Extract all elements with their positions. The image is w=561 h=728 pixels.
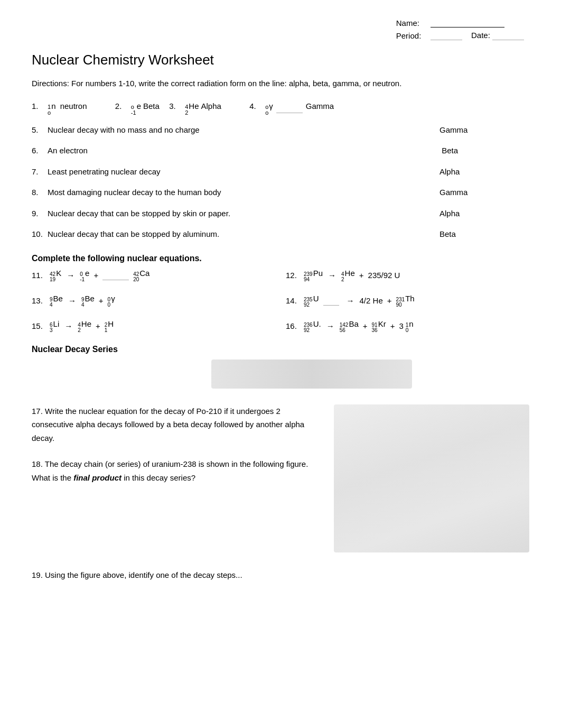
eq16-lsym: U. bbox=[313, 319, 321, 328]
eq15-plus: + bbox=[96, 321, 100, 330]
q6-text: An electron bbox=[48, 144, 434, 158]
q4-top: o bbox=[265, 104, 268, 110]
eq11-phs: 4220Ca bbox=[133, 269, 149, 282]
q4-num: 4. bbox=[249, 99, 265, 113]
eq11-lsup: 42 bbox=[50, 272, 55, 277]
q10-row: 10. Nuclear decay that can be stopped by… bbox=[32, 227, 529, 241]
eq13-gamma: 00γ bbox=[108, 294, 115, 308]
eq16-plus2: + bbox=[390, 321, 395, 330]
q1-bot: o bbox=[48, 110, 51, 116]
q2-top: o bbox=[131, 104, 136, 110]
directions-intro: Directions: bbox=[32, 79, 69, 88]
eq14-rhs: 4/2 He bbox=[360, 296, 383, 305]
questions-row-1-4: 1. 1 o n neutron 2. o -1 e Beta 3. 4 2 H… bbox=[32, 99, 529, 116]
eq16-r2: 9136Kr bbox=[372, 319, 386, 333]
q17-text: Write the nuclear equation for the decay… bbox=[32, 407, 304, 443]
eq13: 13. 94Be → 94Be + 00γ bbox=[32, 294, 275, 308]
eq16-num: 16. bbox=[286, 321, 302, 330]
q8-num: 8. bbox=[32, 186, 48, 199]
eq12-l-nuc: 23994 bbox=[304, 272, 313, 282]
section3-title: Nuclear Decay Series bbox=[32, 345, 529, 354]
eq-row-11-12: 11. 4219K → 0-1e + 4220Ca 12. 23994Pu → … bbox=[32, 269, 529, 282]
eq11-arrow: → bbox=[67, 271, 74, 280]
eq14-lhs: 23592U bbox=[304, 294, 319, 308]
q17-18-text: 17. Write the nuclear equation for the d… bbox=[32, 404, 323, 552]
eq11-r-nuc: 0-1 bbox=[80, 272, 85, 282]
decay-chart-placeholder bbox=[211, 360, 412, 389]
q7-num: 7. bbox=[32, 165, 48, 179]
q2-notation: o -1 bbox=[131, 104, 136, 116]
header-info: Name: Period: Date: bbox=[32, 16, 529, 42]
q4-answer: Gamma bbox=[306, 99, 334, 113]
q5-text: Nuclear decay with no mass and no charge bbox=[48, 123, 434, 137]
eq13-plus: + bbox=[99, 296, 104, 305]
eq13-rsym: Be bbox=[85, 294, 94, 303]
q5-num: 5. bbox=[32, 123, 48, 137]
eq14-arrow: → bbox=[347, 296, 354, 305]
eq15-product: 21H bbox=[105, 319, 114, 333]
eq-row-13-14: 13. 94Be → 94Be + 00γ 14. 23592U → 4/2 H… bbox=[32, 294, 529, 308]
eq14-blank bbox=[323, 296, 339, 306]
eq11-lsub: 19 bbox=[50, 277, 55, 282]
eq-row-15-16: 15. 63Li → 42He + 21H 16. 23692U. → 1425… bbox=[32, 319, 529, 333]
eq14-num: 14. bbox=[286, 296, 302, 305]
eq13-arrow: → bbox=[68, 296, 76, 305]
eq11-num: 11. bbox=[32, 271, 48, 280]
eq12-lsym: Pu bbox=[313, 269, 323, 278]
q3-num: 3. bbox=[169, 99, 185, 113]
q9-text: Nuclear decay that can be stopped by ski… bbox=[48, 207, 434, 220]
q4-notation: o o bbox=[265, 104, 268, 116]
q8-row: 8. Most damaging nuclear decay to the hu… bbox=[32, 186, 529, 199]
period-label: Period: bbox=[392, 30, 426, 41]
q7-text: Least penetrating nuclear decay bbox=[48, 165, 434, 179]
q9-num: 9. bbox=[32, 207, 48, 220]
equations-section: Complete the following nuclear equations… bbox=[32, 254, 529, 333]
q2-bot: -1 bbox=[131, 110, 136, 116]
eq12-rsym: He bbox=[345, 269, 355, 278]
eq15-psym: H bbox=[108, 319, 114, 328]
eq11-psub: 20 bbox=[133, 277, 139, 282]
q5-answer: Gamma bbox=[434, 123, 529, 137]
q8-answer: Gamma bbox=[434, 186, 529, 199]
q17-18-container: 17. Write the nuclear equation for the d… bbox=[32, 404, 529, 552]
q17: 17. Write the nuclear equation for the d… bbox=[32, 404, 323, 445]
q19-num: 19. bbox=[32, 570, 43, 579]
eq13-lhs: 94Be bbox=[50, 294, 63, 308]
q1-top: 1 bbox=[48, 104, 51, 110]
date-label: Date: bbox=[471, 31, 490, 40]
eq11-rsym: e bbox=[85, 269, 89, 278]
q10-answer: Beta bbox=[434, 227, 529, 241]
q18: 18. The decay chain (or series) of urani… bbox=[32, 457, 323, 484]
eq15-rhs: 42He bbox=[78, 319, 91, 333]
eq16-r2sym: Kr bbox=[378, 319, 386, 328]
eq14-product: 23190Th bbox=[396, 294, 415, 308]
q4-bot: o bbox=[265, 110, 268, 116]
q4-blank bbox=[276, 99, 303, 114]
eq16: 16. 23692U. → 14256Ba + 9136Kr + 3 10n bbox=[286, 319, 529, 333]
questions-section-1: 1. 1 o n neutron 2. o -1 e Beta 3. 4 2 H… bbox=[32, 99, 529, 241]
q9-row: 9. Nuclear decay that can be stopped by … bbox=[32, 207, 529, 220]
q10-num: 10. bbox=[32, 227, 48, 241]
q3-symbol: He bbox=[189, 99, 199, 113]
q18-text-after: in this decay series? bbox=[121, 473, 195, 482]
eq15-num: 15. bbox=[32, 321, 48, 330]
q2-answer: Beta bbox=[143, 99, 160, 113]
eq16-r1sym: Ba bbox=[349, 319, 358, 328]
date-field bbox=[492, 31, 524, 40]
eq15: 15. 63Li → 42He + 21H bbox=[32, 319, 275, 333]
eq16-r3: 3 bbox=[399, 321, 403, 330]
q2-symbol: e bbox=[137, 99, 141, 113]
eq11-psym: Ca bbox=[139, 269, 149, 278]
q1-answer: neutron bbox=[60, 99, 87, 113]
name-field bbox=[431, 18, 504, 27]
eq11-lhs: 4219K bbox=[50, 269, 61, 282]
q19: 19. Using the figure above, identify one… bbox=[32, 568, 529, 582]
q18-text-bold-italic: final product bbox=[73, 473, 121, 482]
eq12-plus1: + bbox=[359, 271, 364, 280]
eq11-blank bbox=[102, 271, 129, 280]
eq11-lsym: K bbox=[56, 269, 61, 278]
eq14-psym: Th bbox=[405, 294, 415, 303]
eq16-arrow: → bbox=[326, 321, 334, 330]
eq11-l-nuc: 4219 bbox=[50, 272, 55, 282]
q17-num: 17. bbox=[32, 407, 43, 416]
